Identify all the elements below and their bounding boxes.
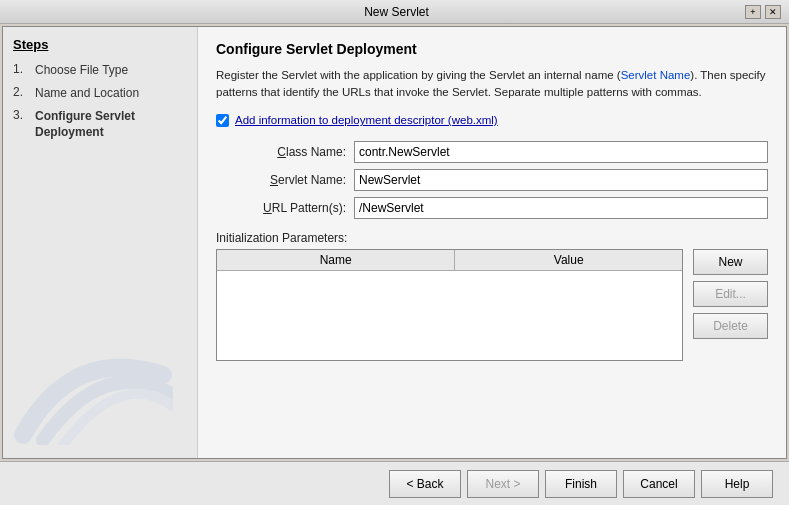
deployment-checkbox-label[interactable]: Add information to deployment descriptor… [235,114,498,126]
step-1: 1. Choose File Type [13,62,187,79]
steps-heading: Steps [13,37,187,52]
edit-param-button[interactable]: Edit... [693,281,768,307]
help-button[interactable]: Help [701,470,773,498]
bottom-bar: < Back Next > Finish Cancel Help [0,461,789,505]
finish-button[interactable]: Finish [545,470,617,498]
servlet-name-input[interactable] [354,169,768,191]
init-params-section: Initialization Parameters: Name Value [216,231,768,362]
step-3: 3. Configure Servlet Deployment [13,108,187,142]
close-button[interactable]: ✕ [765,5,781,19]
delete-param-button[interactable]: Delete [693,313,768,339]
step-2: 2. Name and Location [13,85,187,102]
deployment-checkbox[interactable] [216,114,229,127]
dialog-content: Steps 1. Choose File Type 2. Name and Lo… [2,26,787,459]
form-fields: Class Name: Servlet Name: URL Pattern(s)… [216,141,768,219]
section-title: Configure Servlet Deployment [216,41,768,57]
params-table-container: Name Value [216,249,683,362]
watermark [13,325,173,448]
class-name-input[interactable] [354,141,768,163]
params-table: Name Value [217,250,682,361]
deployment-descriptor-row: Add information to deployment descriptor… [216,114,768,127]
new-param-button[interactable]: New [693,249,768,275]
next-button[interactable]: Next > [467,470,539,498]
maximize-button[interactable]: + [745,5,761,19]
description-text: Register the Servlet with the applicatio… [216,67,768,102]
empty-table-row [217,270,682,360]
url-pattern-label: URL Pattern(s): [216,201,346,215]
servlet-name-label: Servlet Name: [216,173,346,187]
dialog-title: New Servlet [48,5,745,19]
init-params-label: Initialization Parameters: [216,231,768,245]
title-bar: New Servlet + ✕ [0,0,789,24]
name-column-header: Name [217,250,455,271]
main-panel: Configure Servlet Deployment Register th… [198,27,786,458]
value-column-header: Value [455,250,682,271]
steps-panel: Steps 1. Choose File Type 2. Name and Lo… [3,27,198,458]
cancel-button[interactable]: Cancel [623,470,695,498]
back-button[interactable]: < Back [389,470,461,498]
init-params-row: Name Value New Edit... D [216,249,768,362]
url-pattern-input[interactable] [354,197,768,219]
params-buttons: New Edit... Delete [693,249,768,339]
class-name-label: Class Name: [216,145,346,159]
